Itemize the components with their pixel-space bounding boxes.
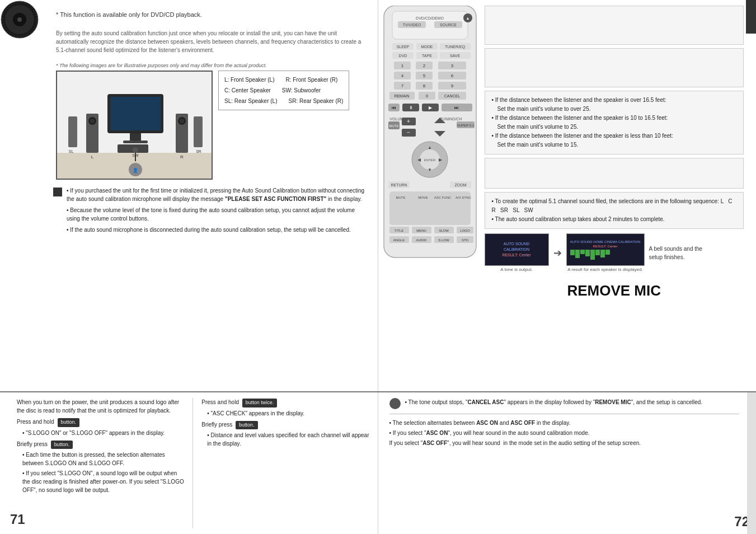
svg-text:MUTE: MUTE xyxy=(389,124,398,128)
svg-text:SAVE: SAVE xyxy=(449,54,459,58)
asc-step1-bullet: • "ASC CHECK" appears in the display. xyxy=(207,409,369,418)
svg-text:DVD/CD/DEMO: DVD/CD/DEMO xyxy=(416,16,444,20)
svg-text:SOURCE: SOURCE xyxy=(440,23,457,27)
svg-text:SR: SR xyxy=(196,149,201,153)
svg-text:STD: STD xyxy=(462,238,469,242)
intro-text: By setting the auto sound calibration fu… xyxy=(56,29,369,54)
asc-step2-label: Briefly press button. xyxy=(201,420,369,430)
svg-text:7: 7 xyxy=(401,83,403,88)
asc-onoff-section: • The selection alternates between ASC O… xyxy=(389,414,740,447)
svg-text:S.LOW: S.LOW xyxy=(438,238,449,242)
bottom-right-cols: • The tone output stops, "CANCEL ASC" ap… xyxy=(389,398,740,528)
svg-text:ZOOM: ZOOM xyxy=(454,183,466,187)
svg-text:MODE: MODE xyxy=(421,45,433,49)
svg-text:MOVE: MOVE xyxy=(418,196,428,199)
svg-text:TUNER/EQ: TUNER/EQ xyxy=(444,45,465,49)
info-box-2 xyxy=(485,48,744,87)
warning-icon xyxy=(53,188,62,196)
warning-bullets: • If you purchased the unit for the firs… xyxy=(67,186,369,234)
slogo-column: When you turn on the power, the unit pro… xyxy=(17,398,184,528)
svg-text:⏸: ⏸ xyxy=(408,105,413,110)
svg-text:TAPE: TAPE xyxy=(422,54,432,58)
bell-note: A bell sounds and the setup finishes. xyxy=(649,245,716,261)
asc-step2-bullet: • Distance and level values specified fo… xyxy=(207,431,369,448)
cal-image-2: AUTO SOUND HOME CINEMA CALIBRATIONRESULT… xyxy=(566,233,645,272)
svg-text:⏮: ⏮ xyxy=(392,105,396,110)
svg-text:TV/VIDEO: TV/VIDEO xyxy=(402,23,421,27)
svg-rect-16 xyxy=(68,116,77,147)
svg-text:DVD: DVD xyxy=(398,54,407,58)
remote-control-area: DVD/CD/DEMO TV/VIDEO SOURCE ▲ SLEEP MODE… xyxy=(378,6,490,263)
speaker-diagram-area: * The following images are for illustrat… xyxy=(56,63,369,180)
svg-text:SLEEP: SLEEP xyxy=(396,45,409,49)
svg-text:👤: 👤 xyxy=(133,167,138,173)
asc-step1-button: button twice. xyxy=(242,399,278,407)
svg-text:REMAIN: REMAIN xyxy=(394,94,409,98)
svg-text:L: L xyxy=(91,154,94,160)
calibration-images-row: AUTO SOUNDCALIBRATIONRESULT: Center A to… xyxy=(485,233,744,272)
svg-text:MUTE: MUTE xyxy=(396,196,405,199)
slogo-step2-button: button. xyxy=(51,441,73,449)
svg-text:A/V SYNC: A/V SYNC xyxy=(455,196,471,199)
svg-text:+: + xyxy=(407,118,410,124)
cal-image-1: AUTO SOUNDCALIBRATIONRESULT: Center A to… xyxy=(485,233,549,272)
svg-text:1: 1 xyxy=(401,63,403,68)
svg-text:SLOW: SLOW xyxy=(439,229,449,232)
right-info-section: • If the distance between the listener a… xyxy=(485,6,744,383)
slogo-step2-bullet2: • If you select "S.LOGO ON", a sound log… xyxy=(22,469,184,494)
svg-point-28 xyxy=(133,147,138,153)
svg-text:LOGO: LOGO xyxy=(460,229,470,232)
svg-text:◀: ◀ xyxy=(417,157,421,162)
svg-rect-18 xyxy=(118,144,148,153)
svg-text:▼: ▼ xyxy=(428,167,432,172)
svg-text:▶: ▶ xyxy=(439,157,443,162)
svg-rect-7 xyxy=(110,97,161,130)
svg-text:C: C xyxy=(134,138,137,143)
svg-text:▶: ▶ xyxy=(429,105,433,110)
svg-text:2: 2 xyxy=(422,63,425,68)
svg-text:TITLE: TITLE xyxy=(394,229,403,232)
svg-text:MENU: MENU xyxy=(416,229,426,232)
svg-text:9: 9 xyxy=(450,83,453,88)
svg-text:TUNING/CH: TUNING/CH xyxy=(440,117,462,121)
svg-text:⏭: ⏭ xyxy=(454,105,459,110)
cancel-column: • The tone output stops, "CANCEL ASC" ap… xyxy=(389,398,740,528)
warning-section: • If you purchased the unit for the firs… xyxy=(53,186,369,234)
bottom-section: When you turn on the power, the unit pro… xyxy=(0,391,756,534)
svg-text:▲: ▲ xyxy=(466,16,469,20)
svg-text:ASC FUNC: ASC FUNC xyxy=(434,196,451,199)
sequence-box: • To create the optimal 5.1 channel soun… xyxy=(485,192,744,229)
svg-text:6: 6 xyxy=(450,73,453,78)
asc-step1-label: Press and hold button twice. xyxy=(201,398,369,407)
svg-text:8: 8 xyxy=(422,83,425,88)
info-box-3 xyxy=(485,158,744,189)
svg-text:5: 5 xyxy=(422,73,425,78)
col-divider xyxy=(192,398,193,528)
bottom-left-cols: When you turn on the power, the unit pro… xyxy=(17,398,369,528)
slogo-step1-label: Press and hold button. xyxy=(17,418,184,427)
right-page-bar xyxy=(747,392,756,534)
svg-text:−: − xyxy=(407,129,410,135)
svg-text:3: 3 xyxy=(450,63,453,68)
svg-point-3 xyxy=(17,17,22,22)
svg-text:ANGLE: ANGLE xyxy=(393,238,404,242)
distance-info-box: • If the distance between the listener a… xyxy=(485,91,744,154)
arrow-icon: ➔ xyxy=(553,247,562,259)
slogo-step2-bullet1: • Each time the button is pressed, the s… xyxy=(22,451,184,467)
svg-text:SL: SL xyxy=(69,149,74,153)
svg-point-15 xyxy=(180,119,184,123)
speaker-svg-box: 👤 L R C SL SR SW xyxy=(56,71,213,180)
svg-text:4: 4 xyxy=(401,73,403,78)
svg-rect-17 xyxy=(194,116,203,147)
remove-mic-heading: REMOVE MIC xyxy=(485,277,744,305)
speaker-labels: L: Front Speaker (L)R: Front Speaker (R)… xyxy=(218,71,349,110)
svg-point-12 xyxy=(90,119,95,123)
svg-text:▲: ▲ xyxy=(428,145,432,150)
bottom-right: • The tone output stops, "CANCEL ASC" ap… xyxy=(378,392,757,534)
slogo-step1-button: button. xyxy=(58,418,80,427)
info-box-1 xyxy=(485,6,744,45)
asc-check-column: Press and hold button twice. • "ASC CHEC… xyxy=(201,398,369,528)
corner-bar xyxy=(746,0,756,34)
svg-text:AUDIO: AUDIO xyxy=(416,238,426,242)
svg-text:ENTER: ENTER xyxy=(424,158,435,162)
